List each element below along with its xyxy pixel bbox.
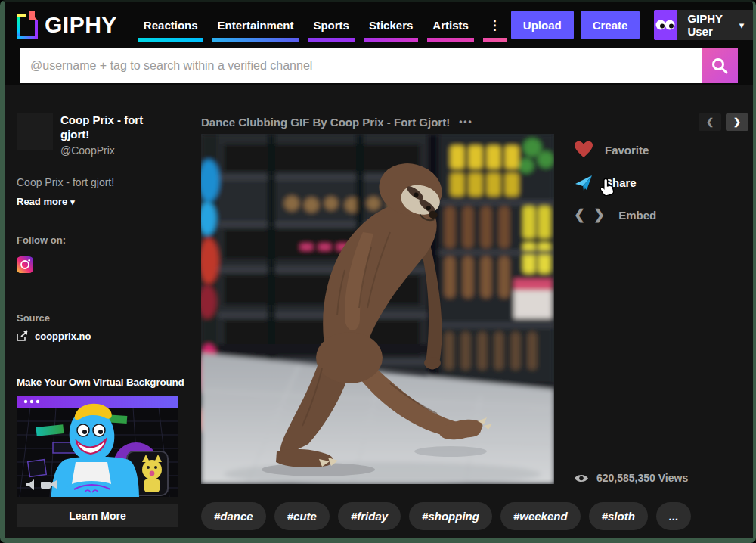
tag-pill[interactable]: ... — [656, 502, 692, 530]
instagram-icon[interactable] — [17, 256, 33, 273]
source-label: Source — [17, 312, 183, 324]
next-gif-button[interactable]: ❯ — [726, 113, 748, 131]
search-button[interactable] — [702, 48, 738, 83]
user-name: GIPHY User — [687, 12, 730, 38]
giphy-logo-icon — [17, 11, 38, 39]
nav-underline — [483, 38, 507, 42]
tag-pill[interactable]: #sloth — [589, 502, 648, 530]
channel-avatar — [17, 113, 53, 150]
view-count: 620,585,350 Views — [574, 472, 688, 484]
nav-item-label: Entertainment — [212, 19, 299, 32]
channel-sidebar: Coop Prix - fort gjort! @CoopPrix Coop P… — [17, 113, 183, 527]
nav-underline — [427, 38, 474, 42]
channel-description: Coop Prix - fort gjort! — [17, 176, 183, 188]
chevron-down-icon: ▾ — [70, 197, 75, 206]
tag-pill[interactable]: #friday — [338, 502, 401, 530]
nav-item-reactions[interactable]: Reactions — [138, 19, 203, 42]
tag-list: #dance#cute#friday#shopping#weekend#slot… — [201, 502, 691, 530]
nav-item-label: Artists — [427, 19, 474, 32]
nav-item-entertainment[interactable]: Entertainment — [212, 19, 299, 42]
chevron-down-icon: ▾ — [739, 20, 745, 31]
eye-icon — [574, 473, 589, 483]
channel-name: Coop Prix - fort gjort! — [60, 113, 150, 142]
search-input[interactable] — [20, 48, 702, 83]
sloth-supermarket-gif — [201, 134, 554, 484]
giphy-logo-text: GIPHY — [45, 12, 117, 38]
paper-plane-icon — [574, 172, 593, 192]
tag-pill[interactable]: #dance — [201, 502, 266, 530]
search-bar — [5, 48, 753, 85]
app-window: GIPHY ReactionsEntertainmentSportsSticke… — [0, 0, 756, 543]
create-button[interactable]: Create — [581, 11, 640, 39]
embed-button[interactable]: ❮ ❯ Embed — [574, 204, 656, 225]
nav-underline — [138, 38, 203, 42]
follow-on-label: Follow on: — [17, 234, 183, 246]
read-more-link[interactable]: Read more▾ — [17, 196, 183, 207]
share-button[interactable]: Share — [574, 172, 656, 193]
search-icon — [711, 57, 729, 75]
nav-item-label: Reactions — [138, 19, 203, 32]
virtual-background-ad[interactable] — [17, 396, 178, 497]
nav-item-artists[interactable]: Artists — [427, 19, 474, 42]
favorite-button[interactable]: Favorite — [574, 139, 656, 160]
nav-item-label: ⋮ — [483, 17, 507, 33]
nav-underline — [212, 38, 299, 42]
previous-gif-button[interactable]: ❮ — [699, 113, 721, 131]
source-link[interactable]: coopprix.no — [17, 330, 183, 342]
gif-title-row: Dance Clubbing GIF By Coop Prix - Fort G… — [201, 112, 748, 132]
gif-image[interactable] — [201, 134, 554, 484]
learn-more-button[interactable]: Learn More — [17, 504, 178, 527]
nav-underline — [364, 38, 418, 42]
pager: ❮ ❯ — [699, 113, 748, 131]
nav-item-sports[interactable]: Sports — [308, 19, 355, 42]
tag-pill[interactable]: #weekend — [500, 502, 581, 530]
nav-underline — [308, 38, 355, 42]
channel-header[interactable]: Coop Prix - fort gjort! @CoopPrix — [17, 113, 183, 157]
heart-icon — [574, 141, 593, 159]
gif-title: Dance Clubbing GIF By Coop Prix - Fort G… — [201, 116, 450, 129]
main-nav: ReactionsEntertainmentSportsStickersArti… — [134, 8, 511, 42]
code-brackets-icon: ❮ ❯ — [574, 206, 607, 223]
tag-pill[interactable]: #cute — [274, 502, 330, 530]
external-link-icon — [17, 330, 29, 341]
user-avatar-icon — [654, 10, 677, 40]
channel-handle: @CoopPrix — [60, 144, 150, 157]
nav-item-more[interactable]: ⋮ — [483, 17, 507, 42]
giphy-logo[interactable]: GIPHY — [17, 11, 117, 39]
ad-title: Make Your Own Virtual Background — [17, 377, 183, 388]
upload-button[interactable]: Upload — [511, 11, 574, 39]
top-nav: GIPHY ReactionsEntertainmentSportsSticke… — [5, 2, 753, 48]
tag-pill[interactable]: #shopping — [409, 502, 492, 530]
nav-item-label: Sports — [308, 19, 355, 32]
views-text: 620,585,350 Views — [596, 472, 688, 484]
ad-cat-character — [142, 455, 162, 492]
nav-item-stickers[interactable]: Stickers — [364, 19, 418, 42]
header-actions: Upload Create GIPHY User ▾ — [511, 10, 754, 40]
gif-menu-button[interactable]: ••• — [459, 116, 473, 127]
nav-item-label: Stickers — [364, 19, 418, 32]
gif-actions: Favorite Share ❮ ❯ Embed — [574, 139, 656, 237]
user-menu[interactable]: GIPHY User ▾ — [654, 10, 754, 40]
